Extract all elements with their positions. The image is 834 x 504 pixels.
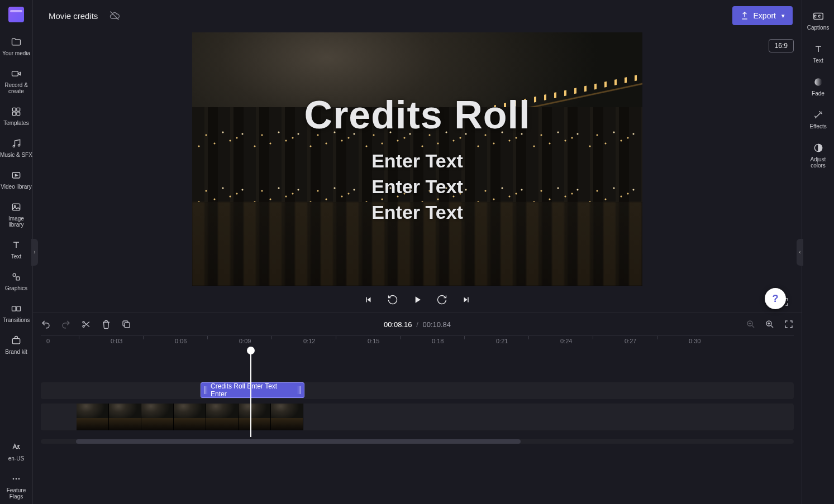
timeline-ruler[interactable]: 00:030:060:090:120:150:180:210:240:270:3… bbox=[41, 335, 794, 350]
total-time: 00:10.84 bbox=[422, 320, 451, 329]
sidebar-item-transitions[interactable]: Transitions bbox=[0, 299, 33, 328]
right-panel-expand-handle[interactable]: ‹ bbox=[797, 239, 803, 266]
skip-start-button[interactable] bbox=[362, 294, 374, 306]
adjust-colors-icon bbox=[812, 142, 825, 154]
svg-point-18 bbox=[83, 321, 84, 323]
sidebar-item-graphics[interactable]: Graphics bbox=[0, 267, 33, 296]
duplicate-button[interactable] bbox=[121, 319, 131, 329]
right-item-adjust-colors[interactable]: Adjust colors bbox=[802, 137, 835, 174]
svg-rect-3 bbox=[12, 112, 16, 116]
video-thumb bbox=[206, 404, 239, 430]
ruler-tick: 0:18 bbox=[432, 338, 444, 344]
video-library-icon bbox=[10, 169, 22, 181]
cloud-off-icon[interactable] bbox=[109, 10, 120, 21]
video-thumb bbox=[109, 404, 141, 430]
ruler-tick: 0:27 bbox=[625, 338, 636, 344]
more-icon bbox=[10, 473, 22, 485]
video-track[interactable] bbox=[41, 404, 794, 430]
right-item-label: Effects bbox=[809, 123, 826, 129]
forward-5-button[interactable] bbox=[436, 294, 448, 306]
split-button[interactable] bbox=[81, 319, 91, 329]
svg-rect-14 bbox=[12, 339, 20, 344]
credits-text-overlay[interactable]: Credits Roll Enter Text Enter Text Enter… bbox=[192, 32, 642, 286]
delete-button[interactable] bbox=[101, 319, 111, 329]
main-column: Movie credits Export ▾ 16:9 Credits Roll… bbox=[33, 0, 802, 504]
help-button[interactable]: ? bbox=[765, 288, 786, 309]
camera-icon bbox=[10, 68, 22, 80]
ruler-tick: 0:21 bbox=[496, 338, 508, 344]
app-logo[interactable] bbox=[8, 7, 24, 22]
sidebar-item-music-sfx[interactable]: Music & SFX bbox=[0, 134, 33, 162]
sidebar-item-image-library[interactable]: Image library bbox=[0, 198, 33, 232]
svg-point-25 bbox=[814, 78, 822, 85]
zoom-out-button[interactable] bbox=[746, 319, 756, 329]
export-label: Export bbox=[754, 11, 776, 20]
redo-button[interactable] bbox=[61, 319, 71, 329]
video-thumb bbox=[174, 404, 206, 430]
right-item-text[interactable]: Text bbox=[802, 39, 835, 69]
svg-rect-2 bbox=[17, 108, 20, 111]
aspect-ratio-button[interactable]: 16:9 bbox=[769, 39, 794, 52]
sidebar-item-label: Music & SFX bbox=[0, 152, 32, 158]
templates-icon bbox=[10, 105, 22, 118]
video-thumb bbox=[271, 404, 303, 430]
timeline-scrollbar[interactable] bbox=[41, 439, 794, 444]
sidebar-item-templates[interactable]: Templates bbox=[0, 102, 33, 131]
play-button[interactable] bbox=[411, 294, 423, 306]
sidebar-item-label: Feature Flags bbox=[7, 487, 26, 500]
right-item-label: Captions bbox=[807, 25, 829, 31]
effects-icon bbox=[812, 109, 825, 121]
svg-rect-11 bbox=[16, 277, 20, 280]
sidebar-item-label: Video library bbox=[1, 184, 31, 190]
preview-canvas[interactable]: Credits Roll Enter Text Enter Text Enter… bbox=[192, 32, 642, 286]
right-item-effects[interactable]: Effects bbox=[802, 104, 835, 135]
right-item-fade[interactable]: Fade bbox=[802, 71, 835, 102]
export-button[interactable]: Export ▾ bbox=[732, 6, 793, 25]
svg-point-17 bbox=[18, 478, 20, 480]
skip-end-button[interactable] bbox=[460, 294, 473, 306]
sidebar-item-your-media[interactable]: Your media bbox=[0, 32, 33, 61]
right-sidebar: Captions Text Fade Effects Adjust colors… bbox=[802, 0, 834, 504]
timeline-scroll-handle[interactable] bbox=[76, 439, 521, 444]
timeline-panel: 00:08.16 / 00:10.84 00:030:060:090:120:1… bbox=[33, 313, 802, 504]
clip-trim-left-handle[interactable] bbox=[204, 386, 207, 394]
ruler-tick: 0:06 bbox=[175, 338, 187, 344]
svg-point-10 bbox=[13, 273, 16, 276]
sidebar-item-record-create[interactable]: Record & create bbox=[0, 64, 33, 99]
sidebar-item-feature-flags[interactable]: Feature Flags bbox=[0, 469, 33, 504]
captions-icon bbox=[812, 10, 825, 22]
video-thumb bbox=[141, 404, 174, 430]
svg-rect-12 bbox=[12, 306, 16, 311]
text-icon bbox=[812, 43, 825, 55]
sidebar-item-brand-kit[interactable]: Brand kit bbox=[0, 331, 33, 359]
sidebar-item-label: Record & create bbox=[4, 82, 28, 94]
sidebar-item-text[interactable]: Text bbox=[0, 236, 33, 264]
sidebar-item-label: Image library bbox=[8, 215, 24, 228]
rewind-5-button[interactable] bbox=[387, 294, 399, 306]
svg-rect-8 bbox=[12, 204, 20, 210]
video-clip[interactable] bbox=[77, 404, 303, 430]
right-item-captions[interactable]: Captions bbox=[802, 6, 835, 36]
playhead[interactable] bbox=[250, 350, 251, 437]
sidebar-item-label: Text bbox=[11, 253, 21, 260]
sidebar-item-locale[interactable]: en-US bbox=[0, 438, 33, 466]
undo-button[interactable] bbox=[41, 319, 51, 329]
left-sidebar: Your media Record & create Templates Mus… bbox=[0, 0, 33, 504]
timeline-tracks: Credits Roll Enter Text Enter bbox=[41, 350, 794, 437]
project-title[interactable]: Movie credits bbox=[49, 11, 98, 21]
right-item-label: Adjust colors bbox=[811, 156, 826, 169]
zoom-in-button[interactable] bbox=[765, 319, 775, 329]
text-track[interactable]: Credits Roll Enter Text Enter bbox=[41, 382, 794, 399]
svg-rect-4 bbox=[17, 112, 20, 116]
sidebar-item-video-library[interactable]: Video library bbox=[0, 166, 33, 194]
clip-trim-right-handle[interactable] bbox=[298, 386, 301, 394]
svg-point-5 bbox=[13, 145, 15, 147]
question-mark-icon: ? bbox=[773, 293, 779, 305]
fit-timeline-button[interactable] bbox=[784, 319, 794, 329]
current-time: 00:08.16 bbox=[384, 320, 412, 329]
svg-rect-13 bbox=[17, 306, 21, 311]
text-clip[interactable]: Credits Roll Enter Text Enter bbox=[201, 382, 304, 398]
sidebar-item-label: Brand kit bbox=[5, 349, 27, 355]
right-item-label: Text bbox=[813, 57, 823, 64]
image-icon bbox=[10, 201, 22, 213]
